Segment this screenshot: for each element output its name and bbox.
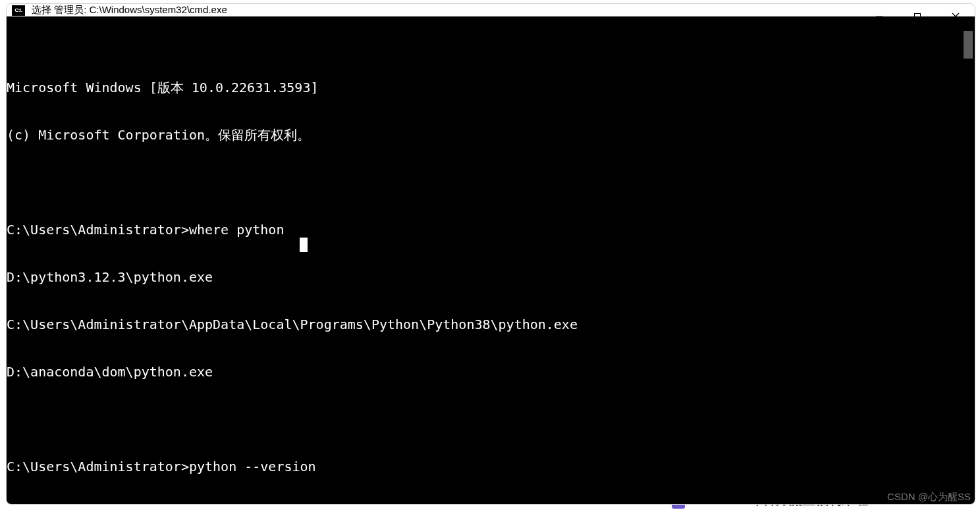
selection-highlight — [300, 238, 308, 252]
terminal-line — [7, 174, 962, 190]
terminal-line: D:\python3.12.3\python.exe — [7, 269, 962, 285]
terminal-area: Microsoft Windows [版本 10.0.22631.3593] (… — [7, 16, 975, 505]
terminal-line: D:\anaconda\dom\python.exe — [7, 364, 962, 380]
terminal[interactable]: Microsoft Windows [版本 10.0.22631.3593] (… — [7, 16, 962, 505]
terminal-line: Microsoft Windows [版本 10.0.22631.3593] — [7, 80, 962, 95]
terminal-line: C:\Users\Administrator>python --version — [7, 459, 962, 474]
terminal-line — [7, 411, 962, 427]
cmd-icon: C:\. — [12, 5, 25, 16]
scrollbar-thumb[interactable] — [964, 31, 973, 59]
window-title: 选择 管理员: C:\Windows\system32\cmd.exe — [32, 4, 227, 16]
terminal-line: C:\Users\Administrator\AppData\Local\Pro… — [7, 317, 962, 332]
terminal-content: Microsoft Windows [版本 10.0.22631.3593] (… — [7, 48, 962, 505]
watermark: CSDN @心为醒SS — [887, 491, 971, 503]
cmd-window: C:\. 选择 管理员: C:\Windows\system32\cmd.exe… — [6, 3, 975, 505]
scrollbar[interactable] — [962, 16, 975, 505]
terminal-line: C:\Users\Administrator>where python — [7, 222, 962, 238]
terminal-line: (c) Microsoft Corporation。保留所有权利。 — [7, 127, 962, 143]
titlebar[interactable]: C:\. 选择 管理员: C:\Windows\system32\cmd.exe — [7, 4, 975, 16]
